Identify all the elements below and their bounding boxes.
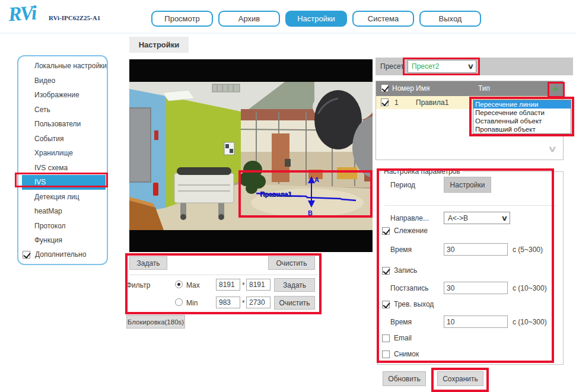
filter-max-label: Max [186,281,200,289]
filter-max-radio[interactable] [175,281,183,288]
filter-min-clear-button[interactable]: Очистить [274,296,315,310]
nav-settings-button[interactable]: Настройки [285,11,347,27]
post-record-unit: с (10~300) [513,284,547,292]
save-button[interactable]: Сохранить [437,371,483,386]
nav-archive-button[interactable]: Архив [218,11,280,27]
chevron-down-icon: ∨ [501,214,508,222]
min-width-input[interactable] [216,297,240,308]
rule-row-checkbox[interactable] [381,98,389,106]
snapshot-checkbox[interactable] [382,350,390,358]
tracking-time-input[interactable] [444,243,508,256]
direction-dropdown[interactable]: A<->B ∨ [444,212,510,224]
max-height-input[interactable] [246,279,271,291]
filter-label: Фильтр [126,281,150,289]
list-scroll-chevron-icon[interactable]: ∨ [548,144,556,154]
tracking-time-unit: с (5~300) [513,246,543,254]
rules-header: Номер Имя Тип + [376,81,563,96]
direction-value: A<->B [448,214,468,222]
rule-number: 1 [394,98,399,107]
rule-type-dropdown: Пересечение линии Пересечение области Ос… [473,100,571,134]
tracking-row: Слежение [382,227,428,235]
advanced-checkbox[interactable] [23,251,30,259]
sidebar-item-video[interactable]: Видео [18,74,107,88]
alarm-time-unit: с (10~300) [513,318,547,326]
filter-max-set-button[interactable]: Задать [274,278,315,292]
sidebar: Локальные настройки Видео Изображение Се… [17,55,108,265]
sidebar-item-network[interactable]: Сеть [18,103,107,117]
sidebar-item-ivs-scheme[interactable]: IVS схема [18,161,107,176]
ivs-settings-page: RVi RVi-IPC62Z25-A1 Просмотр Архив Настр… [0,0,576,392]
type-option-missing-object[interactable]: Пропавший объект [473,125,571,133]
alarm-time-label: Время [390,318,412,326]
open-door [272,133,289,182]
column-number: Номер [392,84,414,93]
type-option-intrusion[interactable]: Пересечение области [473,109,571,117]
type-option-tripwire[interactable]: Пересечение линии [473,100,571,109]
email-checkbox[interactable] [382,334,390,342]
parameters-legend: Настройка параметров [381,167,463,176]
tracking-checkbox[interactable] [382,227,390,235]
snapshot-row: Снимок [382,350,419,358]
alarm-out-row: Трев. выход [382,300,434,308]
sidebar-menu: Локальные настройки Видео Изображение Се… [18,59,107,248]
preset-label: Пресет [380,62,404,71]
select-all-checkbox[interactable] [381,84,389,92]
preview-scene: Правила1 Правила1 A B [129,59,373,252]
filter-min-radio[interactable] [175,298,183,306]
email-label: Email [394,334,412,342]
preset-value: Пресет2 [412,62,439,71]
nav-exit-button[interactable]: Выход [419,11,481,27]
direction-b-label: B [308,209,313,216]
filter-divider [129,275,317,275]
record-checkbox[interactable] [382,267,390,275]
alarm-out-label: Трев. выход [394,300,434,308]
nav-live-button[interactable]: Просмотр [151,11,213,27]
sidebar-item-users[interactable]: Пользователи [18,117,107,132]
filter-min-label: Min [186,299,198,307]
nav-system-button[interactable]: Система [352,11,414,27]
record-label: Запись [394,266,417,275]
sidebar-item-face-detection[interactable]: Детекция лиц [18,190,107,205]
draw-rule-button[interactable]: Задать [129,256,167,270]
rule-name: Правила1 [416,98,448,107]
camera-preview[interactable]: Правила1 Правила1 A B [129,59,373,252]
record-row: Запись [382,266,417,275]
device-model: RVi-IPC62Z25-A1 [49,14,100,21]
post-record-input[interactable] [444,282,508,294]
min-separator: * [242,299,245,307]
period-settings-button[interactable]: Настройки [444,177,491,193]
post-record-label: Постзапись [390,284,428,292]
rule-label: Правила1 [260,190,292,197]
sidebar-item-local-settings[interactable]: Локальные настройки [18,59,107,74]
alarm-out-checkbox[interactable] [382,301,390,308]
type-option-abandoned-object[interactable]: Оставленный объект [473,117,571,125]
advanced-label: Дополнительно [35,250,86,259]
sidebar-item-storage[interactable]: Хранилище [18,146,107,161]
max-width-input[interactable] [216,279,240,291]
sidebar-item-function[interactable]: Функция [18,233,107,248]
snapshot-label: Снимок [394,350,419,358]
alarm-time-input[interactable] [444,315,508,328]
sidebar-item-image[interactable]: Изображение [18,88,107,103]
period-label: Период [390,181,415,189]
sidebar-item-protocol[interactable]: Протокол [18,219,107,234]
preset-dropdown[interactable]: Пресет2 ∨ [408,60,476,73]
add-rule-plus-icon[interactable]: + [552,84,558,94]
sidebar-item-ivs[interactable]: IVS [22,175,106,190]
tracking-label: Слежение [394,227,428,235]
tracking-time-label: Время [390,246,412,254]
rvi-logo: RVi [8,1,37,26]
refresh-button[interactable]: Обновить [383,371,426,386]
fire-extinguisher [153,183,158,196]
tab-settings[interactable]: Настройки [129,37,189,53]
top-bar: RVi RVi-IPC62Z25-A1 Просмотр Архив Настр… [0,0,576,34]
column-name: Имя [416,84,429,93]
clear-rule-button[interactable]: Очистить [268,256,315,270]
ceiling-vent [212,84,240,92]
sidebar-item-heatmap[interactable]: heatMap [18,204,107,219]
advanced-row: Дополнительно [22,250,86,259]
min-height-input[interactable] [246,297,271,308]
lock-button[interactable]: Блокировка(180s) [126,315,185,329]
email-row: Email [382,334,412,342]
sidebar-item-events[interactable]: События [18,132,107,146]
